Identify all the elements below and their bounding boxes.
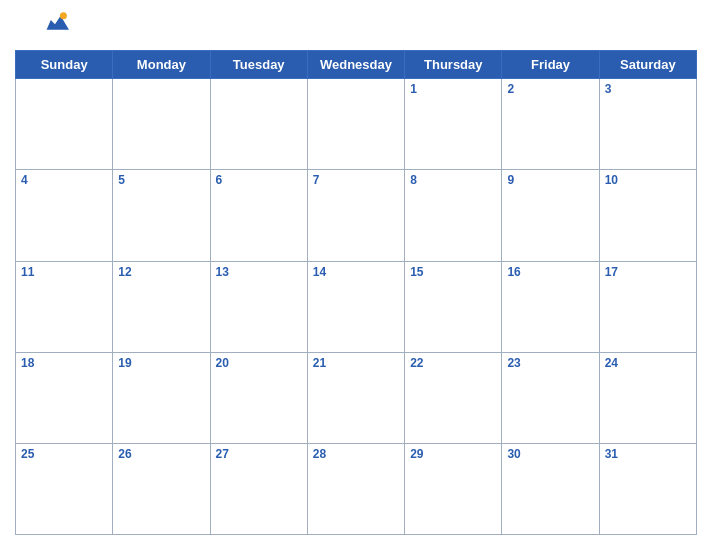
calendar-cell: 15: [405, 261, 502, 352]
day-number: 8: [410, 173, 496, 187]
day-number: 28: [313, 447, 399, 461]
day-number: 2: [507, 82, 593, 96]
calendar-cell: 18: [16, 352, 113, 443]
logo: [15, 10, 95, 44]
calendar-cell: 17: [599, 261, 696, 352]
day-number: 5: [118, 173, 204, 187]
calendar-cell: [113, 79, 210, 170]
calendar-cell: 4: [16, 170, 113, 261]
week-row-3: 11121314151617: [16, 261, 697, 352]
weekday-header-saturday: Saturday: [599, 51, 696, 79]
calendar-cell: 21: [307, 352, 404, 443]
calendar-cell: 12: [113, 261, 210, 352]
day-number: 23: [507, 356, 593, 370]
weekday-header-sunday: Sunday: [16, 51, 113, 79]
day-number: 16: [507, 265, 593, 279]
calendar-cell: 28: [307, 443, 404, 534]
calendar-cell: 6: [210, 170, 307, 261]
calendar-cell: 22: [405, 352, 502, 443]
calendar-cell: 24: [599, 352, 696, 443]
calendar-table: SundayMondayTuesdayWednesdayThursdayFrid…: [15, 50, 697, 535]
day-number: 20: [216, 356, 302, 370]
week-row-1: 123: [16, 79, 697, 170]
calendar-cell: 25: [16, 443, 113, 534]
week-row-4: 18192021222324: [16, 352, 697, 443]
day-number: 19: [118, 356, 204, 370]
day-number: 11: [21, 265, 107, 279]
weekday-header-thursday: Thursday: [405, 51, 502, 79]
day-number: 26: [118, 447, 204, 461]
day-number: 22: [410, 356, 496, 370]
calendar-cell: 31: [599, 443, 696, 534]
calendar-cell: [210, 79, 307, 170]
day-number: 7: [313, 173, 399, 187]
calendar-cell: 16: [502, 261, 599, 352]
week-row-5: 25262728293031: [16, 443, 697, 534]
calendar-cell: 14: [307, 261, 404, 352]
weekday-header-row: SundayMondayTuesdayWednesdayThursdayFrid…: [16, 51, 697, 79]
calendar-cell: [307, 79, 404, 170]
calendar-cell: 26: [113, 443, 210, 534]
day-number: 31: [605, 447, 691, 461]
weekday-header-wednesday: Wednesday: [307, 51, 404, 79]
day-number: 10: [605, 173, 691, 187]
calendar-cell: 8: [405, 170, 502, 261]
day-number: 18: [21, 356, 107, 370]
weekday-header-monday: Monday: [113, 51, 210, 79]
day-number: 1: [410, 82, 496, 96]
day-number: 12: [118, 265, 204, 279]
day-number: 21: [313, 356, 399, 370]
calendar-cell: 19: [113, 352, 210, 443]
calendar-cell: 13: [210, 261, 307, 352]
calendar-cell: 30: [502, 443, 599, 534]
day-number: 3: [605, 82, 691, 96]
day-number: 13: [216, 265, 302, 279]
calendar-cell: 3: [599, 79, 696, 170]
day-number: 25: [21, 447, 107, 461]
day-number: 4: [21, 173, 107, 187]
calendar-cell: 27: [210, 443, 307, 534]
day-number: 27: [216, 447, 302, 461]
day-number: 15: [410, 265, 496, 279]
weekday-header-friday: Friday: [502, 51, 599, 79]
calendar-cell: 29: [405, 443, 502, 534]
day-number: 14: [313, 265, 399, 279]
calendar-cell: 1: [405, 79, 502, 170]
calendar-header: [15, 10, 697, 44]
day-number: 6: [216, 173, 302, 187]
calendar-cell: 5: [113, 170, 210, 261]
calendar-cell: 7: [307, 170, 404, 261]
day-number: 24: [605, 356, 691, 370]
calendar-cell: 10: [599, 170, 696, 261]
week-row-2: 45678910: [16, 170, 697, 261]
day-number: 30: [507, 447, 593, 461]
calendar-cell: 9: [502, 170, 599, 261]
calendar-cell: [16, 79, 113, 170]
day-number: 17: [605, 265, 691, 279]
calendar-cell: 11: [16, 261, 113, 352]
day-number: 9: [507, 173, 593, 187]
logo-icon: [41, 10, 69, 30]
svg-point-2: [60, 12, 67, 19]
day-number: 29: [410, 447, 496, 461]
calendar-cell: 20: [210, 352, 307, 443]
weekday-header-tuesday: Tuesday: [210, 51, 307, 79]
calendar-cell: 23: [502, 352, 599, 443]
calendar-cell: 2: [502, 79, 599, 170]
